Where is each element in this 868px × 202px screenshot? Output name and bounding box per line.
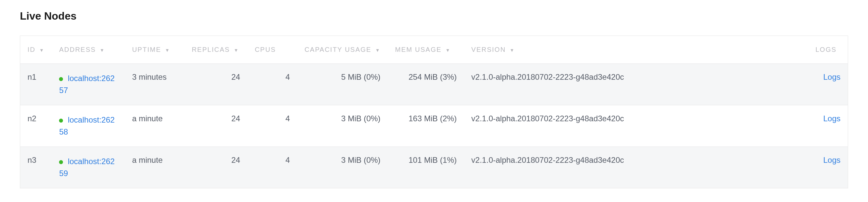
header-version-label: VERSION — [471, 46, 506, 53]
cell-capacity: 3 MiB (0%) — [297, 147, 388, 188]
header-mem-label: MEM USAGE — [395, 46, 442, 53]
cell-address: localhost:26259 — [52, 147, 125, 188]
status-dot-icon — [59, 77, 63, 81]
cell-capacity: 5 MiB (0%) — [297, 64, 388, 105]
logs-link[interactable]: Logs — [823, 114, 840, 123]
header-address-label: ADDRESS — [59, 46, 96, 53]
header-capacity[interactable]: CAPACITY USAGE ▼ — [297, 36, 388, 64]
cell-id: n1 — [20, 64, 52, 105]
header-replicas-label: REPLICAS — [192, 46, 230, 53]
table-row: n2 localhost:26258 a minute 24 4 3 MiB (… — [20, 105, 848, 147]
header-id[interactable]: ID ▼ — [20, 36, 52, 64]
sort-caret-icon: ▼ — [100, 48, 105, 53]
table-body: n1 localhost:26257 3 minutes 24 4 5 MiB … — [20, 64, 848, 188]
sort-caret-icon: ▼ — [375, 48, 381, 53]
cell-version: v2.1.0-alpha.20180702-2223-g48ad3e420c — [464, 147, 808, 188]
status-dot-icon — [59, 160, 63, 164]
address-link[interactable]: localhost:26257 — [59, 74, 114, 95]
cell-mem: 163 MiB (2%) — [388, 105, 464, 147]
address-link[interactable]: localhost:26259 — [59, 157, 114, 178]
cell-cpus: 4 — [247, 105, 297, 147]
cell-logs: Logs — [808, 105, 848, 147]
sort-caret-icon: ▼ — [509, 48, 515, 53]
cell-address: localhost:26258 — [52, 105, 125, 147]
cell-version: v2.1.0-alpha.20180702-2223-g48ad3e420c — [464, 105, 808, 147]
header-capacity-label: CAPACITY USAGE — [304, 46, 371, 53]
cell-uptime: a minute — [125, 105, 184, 147]
sort-caret-icon: ▼ — [39, 48, 45, 53]
cell-mem: 101 MiB (1%) — [388, 147, 464, 188]
sort-caret-icon: ▼ — [165, 48, 170, 53]
sort-caret-icon: ▼ — [445, 48, 451, 53]
cell-replicas: 24 — [184, 105, 247, 147]
header-address[interactable]: ADDRESS ▼ — [52, 36, 125, 64]
header-cpus-label: CPUS — [255, 46, 276, 53]
cell-version: v2.1.0-alpha.20180702-2223-g48ad3e420c — [464, 64, 808, 105]
cell-uptime: 3 minutes — [125, 64, 184, 105]
cell-logs: Logs — [808, 64, 848, 105]
cell-cpus: 4 — [247, 64, 297, 105]
cell-id: n3 — [20, 147, 52, 188]
table-row: n3 localhost:26259 a minute 24 4 3 MiB (… — [20, 147, 848, 188]
header-logs: LOGS — [808, 36, 848, 64]
cell-cpus: 4 — [247, 147, 297, 188]
header-uptime-label: UPTIME — [132, 46, 161, 53]
address-link[interactable]: localhost:26258 — [59, 115, 114, 136]
cell-logs: Logs — [808, 147, 848, 188]
header-uptime[interactable]: UPTIME ▼ — [125, 36, 184, 64]
cell-capacity: 3 MiB (0%) — [297, 105, 388, 147]
header-cpus[interactable]: CPUS — [247, 36, 297, 64]
header-mem[interactable]: MEM USAGE ▼ — [388, 36, 464, 64]
sort-caret-icon: ▼ — [234, 48, 239, 53]
cell-replicas: 24 — [184, 147, 247, 188]
live-nodes-table: ID ▼ ADDRESS ▼ UPTIME ▼ REPLICAS ▼ CPUS … — [20, 35, 848, 188]
cell-replicas: 24 — [184, 64, 247, 105]
cell-uptime: a minute — [125, 147, 184, 188]
cell-address: localhost:26257 — [52, 64, 125, 105]
page-title: Live Nodes — [20, 10, 848, 22]
header-version[interactable]: VERSION ▼ — [464, 36, 808, 64]
cell-id: n2 — [20, 105, 52, 147]
table-header-row: ID ▼ ADDRESS ▼ UPTIME ▼ REPLICAS ▼ CPUS … — [20, 36, 848, 64]
table-row: n1 localhost:26257 3 minutes 24 4 5 MiB … — [20, 64, 848, 105]
status-dot-icon — [59, 119, 63, 123]
logs-link[interactable]: Logs — [823, 72, 840, 81]
logs-link[interactable]: Logs — [823, 155, 840, 165]
header-logs-label: LOGS — [816, 46, 837, 53]
header-replicas[interactable]: REPLICAS ▼ — [184, 36, 247, 64]
cell-mem: 254 MiB (3%) — [388, 64, 464, 105]
header-id-label: ID — [28, 46, 35, 53]
